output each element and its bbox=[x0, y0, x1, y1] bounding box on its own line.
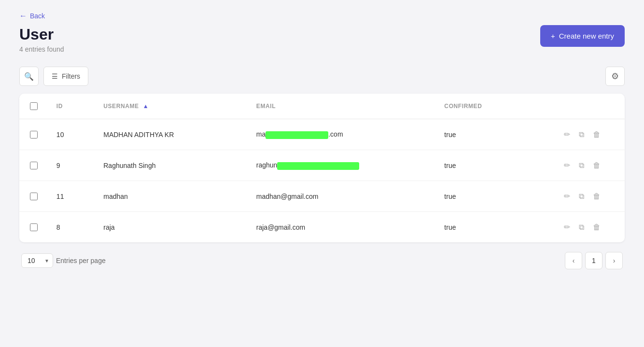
cell-id: 9 bbox=[49, 150, 96, 181]
page-title-group: User 4 entries found bbox=[19, 25, 64, 53]
row-checkbox-0[interactable] bbox=[30, 131, 38, 139]
cell-confirmed: true bbox=[436, 119, 554, 150]
copy-icon[interactable]: ⧉ bbox=[577, 128, 586, 141]
cell-email: raja@gmail.com bbox=[249, 212, 437, 243]
cell-username: MADHAN ADITHYA KR bbox=[96, 119, 249, 150]
toolbar: 🔍 ☰ Filters ⚙ bbox=[19, 67, 625, 86]
cell-actions: ✏ ⧉ 🗑 bbox=[554, 181, 625, 212]
cell-actions: ✏ ⧉ 🗑 bbox=[554, 119, 625, 150]
chevron-right-icon: › bbox=[613, 257, 616, 264]
email-redacted bbox=[266, 131, 328, 139]
copy-icon[interactable]: ⧉ bbox=[577, 159, 586, 172]
header-row: User 4 entries found + Create new entry bbox=[19, 25, 625, 53]
search-button[interactable]: 🔍 bbox=[19, 67, 39, 86]
plus-icon: + bbox=[551, 32, 555, 40]
filters-button[interactable]: ☰ Filters bbox=[43, 67, 88, 86]
table-container: ID Username ▲ Email Confirmed 10MAD bbox=[19, 94, 625, 242]
back-link[interactable]: ← Back bbox=[19, 12, 45, 20]
row-checkbox-3[interactable] bbox=[30, 223, 38, 231]
toolbar-left: 🔍 ☰ Filters bbox=[19, 67, 88, 86]
pagination: 10 25 50 100 ▼ Entries per page ‹ 1 › bbox=[19, 252, 625, 269]
per-page-dropdown[interactable]: 10 25 50 100 bbox=[21, 253, 53, 268]
delete-icon[interactable]: 🗑 bbox=[591, 159, 602, 172]
create-new-entry-button[interactable]: + Create new entry bbox=[540, 25, 625, 47]
copy-icon[interactable]: ⧉ bbox=[577, 221, 586, 234]
table-header-row: ID Username ▲ Email Confirmed bbox=[19, 94, 625, 119]
row-checkbox-2[interactable] bbox=[30, 193, 38, 200]
prev-page-button[interactable]: ‹ bbox=[565, 252, 582, 269]
cell-confirmed: true bbox=[436, 150, 554, 181]
entries-count: 4 entries found bbox=[19, 45, 64, 53]
header-email[interactable]: Email bbox=[249, 94, 437, 119]
per-page-label: Entries per page bbox=[56, 257, 106, 264]
filters-label: Filters bbox=[62, 72, 80, 80]
cell-username: raja bbox=[96, 212, 249, 243]
email-prefix: ma bbox=[256, 130, 266, 138]
per-page-select: 10 25 50 100 ▼ Entries per page bbox=[21, 253, 106, 268]
current-page-number: 1 bbox=[585, 252, 602, 269]
table-row: 10MADHAN ADITHYA KRma.comtrue ✏ ⧉ 🗑 bbox=[19, 119, 625, 150]
cell-username: madhan bbox=[96, 181, 249, 212]
cell-username: Raghunath Singh bbox=[96, 150, 249, 181]
row-checkbox-1[interactable] bbox=[30, 162, 38, 169]
cell-confirmed: true bbox=[436, 212, 554, 243]
users-table: ID Username ▲ Email Confirmed 10MAD bbox=[19, 94, 625, 242]
delete-icon[interactable]: 🗑 bbox=[591, 128, 602, 141]
next-page-button[interactable]: › bbox=[605, 252, 623, 269]
cell-actions: ✏ ⧉ 🗑 bbox=[554, 212, 625, 243]
table-row: 8rajaraja@gmail.comtrue ✏ ⧉ 🗑 bbox=[19, 212, 625, 243]
copy-icon[interactable]: ⧉ bbox=[577, 190, 586, 203]
header-confirmed[interactable]: Confirmed bbox=[436, 94, 554, 119]
filter-icon: ☰ bbox=[52, 72, 58, 80]
header-actions bbox=[554, 94, 625, 119]
cell-id: 11 bbox=[49, 181, 96, 212]
page-title: User bbox=[19, 25, 64, 43]
cell-email: madhan@gmail.com bbox=[249, 181, 437, 212]
cell-id: 10 bbox=[49, 119, 96, 150]
cell-confirmed: true bbox=[436, 181, 554, 212]
cell-email: ma.com bbox=[249, 119, 437, 150]
cell-id: 8 bbox=[49, 212, 96, 243]
header-username[interactable]: Username ▲ bbox=[96, 94, 249, 119]
email-redacted bbox=[277, 162, 359, 170]
cell-email: raghun bbox=[249, 150, 437, 181]
search-icon: 🔍 bbox=[24, 72, 34, 81]
chevron-left-icon: ‹ bbox=[573, 257, 575, 264]
delete-icon[interactable]: 🗑 bbox=[591, 221, 602, 234]
edit-icon[interactable]: ✏ bbox=[562, 221, 572, 234]
back-label: Back bbox=[30, 12, 45, 20]
table-row: 9Raghunath Singhraghuntrue ✏ ⧉ 🗑 bbox=[19, 150, 625, 181]
settings-button[interactable]: ⚙ bbox=[605, 67, 625, 86]
email-suffix: .com bbox=[328, 130, 343, 138]
gear-icon: ⚙ bbox=[611, 71, 619, 82]
sort-icon: ▲ bbox=[143, 103, 149, 110]
delete-icon[interactable]: 🗑 bbox=[591, 190, 602, 203]
back-arrow-icon: ← bbox=[19, 12, 27, 20]
edit-icon[interactable]: ✏ bbox=[562, 159, 572, 172]
edit-icon[interactable]: ✏ bbox=[562, 190, 572, 203]
pagination-nav: ‹ 1 › bbox=[565, 252, 623, 269]
select-all-checkbox[interactable] bbox=[30, 102, 38, 110]
per-page-wrapper: 10 25 50 100 ▼ bbox=[21, 253, 53, 268]
edit-icon[interactable]: ✏ bbox=[562, 128, 572, 141]
table-row: 11madhanmadhan@gmail.comtrue ✏ ⧉ 🗑 bbox=[19, 181, 625, 212]
create-button-label: Create new entry bbox=[559, 32, 614, 40]
cell-actions: ✏ ⧉ 🗑 bbox=[554, 150, 625, 181]
header-id[interactable]: ID bbox=[49, 94, 96, 119]
email-prefix: raghun bbox=[256, 161, 278, 169]
header-checkbox-cell bbox=[19, 94, 49, 119]
